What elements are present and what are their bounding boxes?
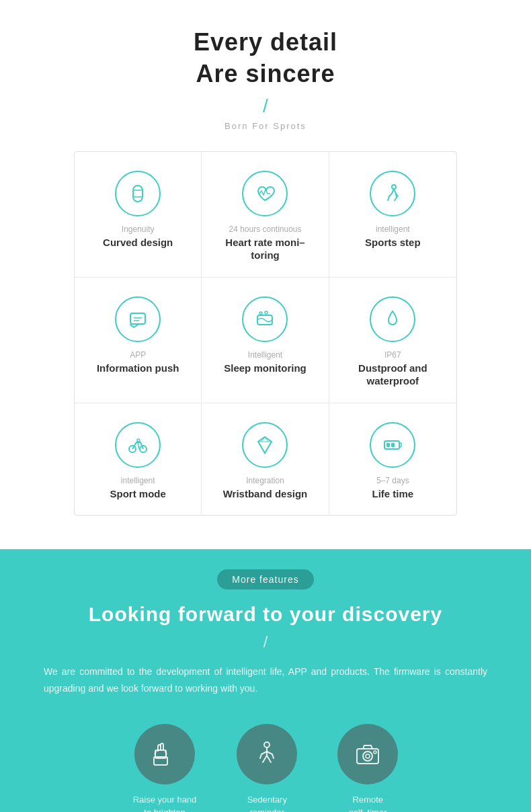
curved-design-icon-circle xyxy=(115,171,161,216)
heartrate-label-big: Heart rate moni–toring xyxy=(212,236,318,262)
bottom-main-title: Looking forward to your discovery xyxy=(27,603,504,626)
svg-rect-22 xyxy=(391,443,395,447)
bottom-icons-row: Raise your handto brighten Sedentaryremi… xyxy=(27,724,504,812)
lifetime-label-big: Life time xyxy=(372,487,413,501)
app-info-label-small: APP xyxy=(130,350,146,360)
sports-step-label-small: intelligent xyxy=(376,225,410,234)
slash-divider: / xyxy=(13,95,518,117)
main-title: Every detail Are sincere xyxy=(13,27,518,90)
app-info-label-big: Information push xyxy=(97,362,179,375)
svg-point-27 xyxy=(363,752,372,761)
svg-rect-4 xyxy=(130,313,145,324)
battery-icon xyxy=(380,433,405,457)
waterproof-label-small: IP67 xyxy=(384,350,401,360)
hand-icon-circle xyxy=(134,724,195,784)
waterproof-icon xyxy=(380,307,405,331)
hand-icon-label: Raise your handto brighten xyxy=(133,794,197,812)
wristband-design-icon-circle xyxy=(242,422,288,468)
bike-icon xyxy=(126,433,150,457)
wristband-icon xyxy=(126,181,150,206)
feature-lifetime: 5–7 days Life time xyxy=(329,403,456,516)
curved-label-big: Curved design xyxy=(103,236,173,249)
sit-icon-label: Sedentaryreminder xyxy=(247,794,287,812)
lifetime-label-small: 5–7 days xyxy=(376,476,409,485)
sleep-label-small: Intelligent xyxy=(248,350,282,360)
svg-point-12 xyxy=(137,439,140,442)
feature-sports-step: intelligent Sports step xyxy=(329,152,456,278)
svg-line-16 xyxy=(265,442,272,453)
svg-point-25 xyxy=(264,742,270,747)
heartrate-label-small: 24 hours continuous xyxy=(229,225,301,234)
lifetime-icon-circle xyxy=(370,422,415,468)
svg-rect-0 xyxy=(133,186,142,202)
wristband-design-label-small: Integration xyxy=(246,476,284,485)
sit-icon-circle xyxy=(237,724,297,784)
sport-mode-icon-circle xyxy=(115,422,161,468)
sport-mode-label-small: intelligent xyxy=(121,476,155,485)
camera-icon xyxy=(352,738,384,770)
top-section: Every detail Are sincere / Born For Spro… xyxy=(0,0,531,549)
waterproof-label-big: Dustproof and waterproof xyxy=(339,362,446,388)
app-info-icon-circle xyxy=(115,296,161,342)
feature-heartrate: 24 hours continuous Heart rate moni–tori… xyxy=(202,152,329,278)
more-features-badge[interactable]: More features xyxy=(217,569,313,590)
feature-wristband-design: Integration Wristband design xyxy=(202,403,329,516)
feature-sleep: Intelligent Sleep monitoring xyxy=(202,278,329,403)
sleep-label-big: Sleep monitoring xyxy=(224,362,307,375)
sleep-icon-circle xyxy=(242,296,288,342)
subtitle: Born For Sprots xyxy=(13,121,518,131)
app-info-icon xyxy=(126,307,150,331)
sleep-icon xyxy=(253,307,277,331)
heartrate-icon xyxy=(253,181,277,206)
feature-waterproof: IP67 Dustproof and waterproof xyxy=(329,278,456,403)
bottom-icon-hand: Raise your handto brighten xyxy=(133,724,197,812)
svg-point-28 xyxy=(366,754,370,758)
heartrate-icon-circle xyxy=(242,171,288,216)
feature-curved-design: Ingenuity Curved design xyxy=(75,152,202,278)
camera-icon-circle xyxy=(337,724,398,784)
bottom-slash: / xyxy=(27,633,504,651)
bottom-description: We are committed to the development of i… xyxy=(44,663,487,697)
feature-sport-mode: intelligent Sport mode xyxy=(75,403,202,516)
svg-point-29 xyxy=(374,751,376,754)
camera-icon-label: Remoteself–timer xyxy=(349,794,386,812)
features-grid: Ingenuity Curved design 24 hours continu… xyxy=(74,151,457,516)
sports-step-icon-circle xyxy=(370,171,415,216)
curved-label-small: Ingenuity xyxy=(122,225,155,234)
bottom-icon-sit: Sedentaryreminder xyxy=(237,724,297,812)
bottom-icon-camera: Remoteself–timer xyxy=(337,724,398,812)
diamond-icon xyxy=(253,433,277,457)
feature-app-info: APP Information push xyxy=(75,278,202,403)
bottom-section: More features Looking forward to your di… xyxy=(0,549,531,812)
wristband-design-label-big: Wristband design xyxy=(223,487,308,501)
waterproof-icon-circle xyxy=(370,296,415,342)
sit-icon xyxy=(251,738,283,770)
svg-line-15 xyxy=(258,442,265,453)
sport-mode-label-big: Sport mode xyxy=(110,487,165,501)
sports-step-label-big: Sports step xyxy=(365,236,421,249)
svg-point-8 xyxy=(259,312,262,315)
hand-icon xyxy=(149,738,181,770)
svg-rect-20 xyxy=(399,443,401,447)
sports-step-icon xyxy=(380,181,405,206)
svg-rect-21 xyxy=(386,443,390,447)
svg-point-9 xyxy=(265,311,268,314)
